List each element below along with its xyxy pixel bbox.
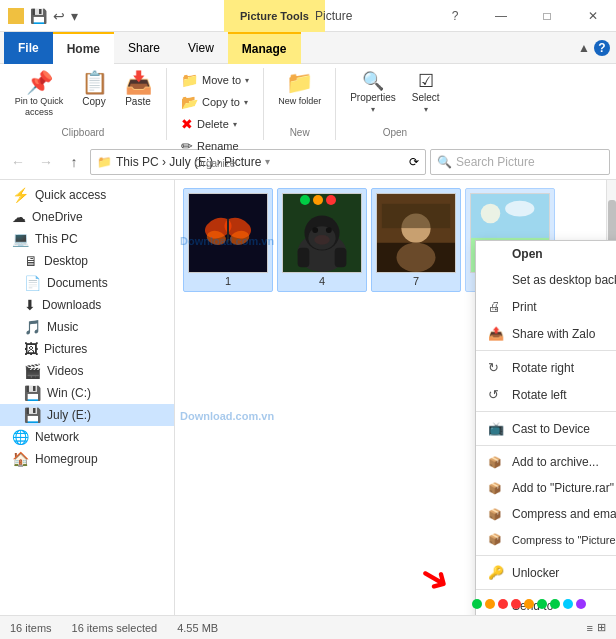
window-controls: ? — □ ✕	[432, 0, 616, 32]
minimize-btn[interactable]: —	[478, 0, 524, 32]
sidebar-item-winc[interactable]: 💾 Win (C:)	[0, 382, 174, 404]
sidebar-item-onedrive[interactable]: ☁ OneDrive	[0, 206, 174, 228]
ribbon-group-clipboard: 📌 Pin to Quick access 📋 Copy 📥 Paste Cli…	[0, 68, 167, 140]
ctx-cast-device[interactable]: 📺 Cast to Device ›	[476, 415, 616, 442]
sidebar-item-music[interactable]: 🎵 Music	[0, 316, 174, 338]
ctx-rotate-left-icon: ↺	[488, 387, 504, 402]
sidebar-item-pictures[interactable]: 🖼 Pictures	[0, 338, 174, 360]
svg-point-22	[481, 204, 501, 224]
pictures-icon: 🖼	[24, 341, 38, 357]
tab-file[interactable]: File	[4, 32, 53, 64]
file-item-4[interactable]: 4	[277, 188, 367, 292]
sidebar-item-julye[interactable]: 💾 July (E:)	[0, 404, 174, 426]
new-folder-btn[interactable]: 📁 New folder	[272, 70, 327, 108]
back-btn[interactable]: ←	[6, 150, 30, 174]
ctx-send-to[interactable]: Send to ›	[476, 593, 616, 615]
sidebar-item-videos[interactable]: 🎬 Videos	[0, 360, 174, 382]
ctx-sep3	[476, 445, 616, 446]
ctx-unlocker[interactable]: 🔑 Unlocker	[476, 559, 616, 586]
properties-icon: 🔍	[362, 72, 384, 90]
clipboard-label: Clipboard	[62, 125, 105, 138]
rename-btn[interactable]: ✏ Rename	[175, 136, 255, 156]
svg-rect-14	[335, 248, 347, 268]
ctx-picture-rar-icon: 📦	[488, 482, 504, 495]
qa-save-icon[interactable]: 💾	[28, 6, 49, 26]
svg-point-23	[505, 201, 534, 217]
sidebar-item-homegroup[interactable]: 🏠 Homegroup	[0, 448, 174, 470]
organize-col: 📁 Move to ▾ 📂 Copy to ▾ ✖ Delete ▾ ✏ Ren…	[175, 70, 255, 156]
ctx-add-picture-rar[interactable]: 📦 Add to "Picture.rar"	[476, 475, 616, 501]
address-dropdown-icon[interactable]: ▾	[265, 156, 270, 167]
tab-manage[interactable]: Manage	[228, 32, 301, 64]
close-btn[interactable]: ✕	[570, 0, 616, 32]
qa-undo-icon[interactable]: ↩	[51, 6, 67, 26]
ctx-unlocker-icon: 🔑	[488, 565, 504, 580]
ctx-print[interactable]: 🖨 Print	[476, 293, 616, 320]
ribbon-help-icon[interactable]: ?	[594, 40, 610, 56]
copy-btn[interactable]: 📋 Copy	[74, 70, 114, 109]
file-item-1[interactable]: 1	[183, 188, 273, 292]
ctx-open[interactable]: Open	[476, 241, 616, 267]
refresh-btn[interactable]: ⟳	[409, 155, 419, 169]
watermark-2: Download.com.vn	[180, 410, 274, 422]
sidebar-item-documents[interactable]: 📄 Documents	[0, 272, 174, 294]
onedrive-icon: ☁	[12, 209, 26, 225]
help-btn[interactable]: ?	[432, 0, 478, 32]
search-icon: 🔍	[437, 155, 452, 169]
paste-btn[interactable]: 📥 Paste	[118, 70, 158, 109]
videos-icon: 🎬	[24, 363, 41, 379]
organize-items: 📁 Move to ▾ 📂 Copy to ▾ ✖ Delete ▾ ✏ Ren…	[175, 70, 255, 156]
music-icon: 🎵	[24, 319, 41, 335]
search-bar[interactable]: 🔍 Search Picture	[430, 149, 610, 175]
address-bar[interactable]: 📁 This PC › July (E:) › Picture ▾ ⟳	[90, 149, 426, 175]
new-label: New	[290, 125, 310, 138]
ctx-rotate-left[interactable]: ↺ Rotate left	[476, 381, 616, 408]
properties-btn[interactable]: 🔍 Properties ▾	[344, 70, 402, 116]
ctx-set-desktop[interactable]: Set as desktop background	[476, 267, 616, 293]
ctx-compress-email[interactable]: 📦 Compress and email...	[476, 501, 616, 527]
ctx-sep2	[476, 411, 616, 412]
maximize-btn[interactable]: □	[524, 0, 570, 32]
ctx-rotate-right[interactable]: ↻ Rotate right	[476, 354, 616, 381]
sidebar-item-network[interactable]: 🌐 Network	[0, 426, 174, 448]
sidebar-item-desktop[interactable]: 🖥 Desktop	[0, 250, 174, 272]
picture-tools-label: Picture Tools	[240, 10, 309, 22]
sidebar: ⚡ Quick access ☁ OneDrive 💻 This PC 🖥 De…	[0, 180, 175, 615]
sidebar-item-downloads[interactable]: ⬇ Downloads	[0, 294, 174, 316]
ctx-share-zalo[interactable]: 📤 Share with Zalo	[476, 320, 616, 347]
file-size: 4.55 MB	[177, 622, 218, 634]
rename-icon: ✏	[181, 138, 193, 154]
ribbon-group-new: 📁 New folder New	[264, 68, 336, 140]
ribbon-group-organize: 📁 Move to ▾ 📂 Copy to ▾ ✖ Delete ▾ ✏ Ren…	[167, 68, 264, 140]
window-title: Picture	[315, 9, 352, 23]
thumb-7	[376, 193, 456, 273]
tab-home[interactable]: Home	[53, 32, 114, 64]
pin-quick-access-btn[interactable]: 📌 Pin to Quick access	[8, 70, 70, 120]
move-to-icon: 📁	[181, 72, 198, 88]
file-item-7[interactable]: 7	[371, 188, 461, 292]
ribbon-collapse-icon[interactable]: ▲	[578, 41, 590, 55]
select-btn[interactable]: ☑ Select ▾	[406, 70, 446, 116]
ctx-archive-icon: 📦	[488, 456, 504, 469]
ctx-compress-rar-email[interactable]: 📦 Compress to "Picture.rar" and email	[476, 527, 616, 552]
network-icon: 🌐	[12, 429, 29, 445]
forward-btn[interactable]: →	[34, 150, 58, 174]
ctx-compress-email-icon: 📦	[488, 508, 504, 521]
ctx-add-archive[interactable]: 📦 Add to archive...	[476, 449, 616, 475]
ribbon-group-open: 🔍 Properties ▾ ☑ Select ▾ Open	[336, 68, 454, 140]
sidebar-item-quick-access[interactable]: ⚡ Quick access	[0, 184, 174, 206]
delete-btn[interactable]: ✖ Delete ▾	[175, 114, 255, 134]
up-btn[interactable]: ↑	[62, 150, 86, 174]
tab-view[interactable]: View	[174, 32, 228, 64]
view-tiles-icon[interactable]: ⊞	[597, 621, 606, 634]
move-to-btn[interactable]: 📁 Move to ▾	[175, 70, 255, 90]
tab-share[interactable]: Share	[114, 32, 174, 64]
sidebar-item-thispc[interactable]: 💻 This PC	[0, 228, 174, 250]
copy-to-btn[interactable]: 📂 Copy to ▾	[175, 92, 255, 112]
quick-access-toolbar: 💾 ↩ ▾	[28, 6, 80, 26]
view-details-icon[interactable]: ≡	[587, 622, 593, 634]
ctx-sep5	[476, 589, 616, 590]
qa-dropdown-icon[interactable]: ▾	[69, 6, 80, 26]
folder-icon: 📁	[97, 155, 112, 169]
move-to-arrow: ▾	[245, 76, 249, 85]
